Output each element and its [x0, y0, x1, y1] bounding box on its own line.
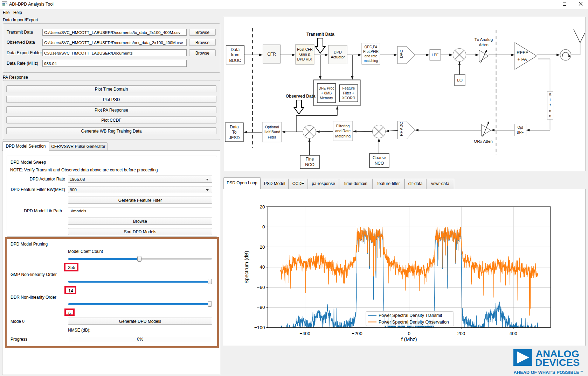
svg-text:Data: Data: [231, 47, 240, 52]
svg-text:−80: −80: [257, 305, 265, 310]
svg-text:Actuator: Actuator: [331, 55, 345, 59]
svg-text:200: 200: [457, 331, 465, 336]
svg-text:DEVICES: DEVICES: [535, 357, 580, 368]
svg-text:Gain &: Gain &: [299, 52, 311, 56]
svg-text:NCO: NCO: [375, 161, 384, 166]
svg-text:0: 0: [262, 224, 265, 229]
svg-text:XCORR: XCORR: [342, 96, 355, 100]
svg-text:+ PA: + PA: [517, 57, 527, 62]
svg-text:AHEAD OF WHAT'S POSSIBLE™: AHEAD OF WHAT'S POSSIBLE™: [514, 370, 584, 375]
svg-text:Data: Data: [230, 125, 239, 129]
svg-text:JESD: JESD: [229, 135, 240, 140]
svg-text:BPF: BPF: [517, 130, 524, 134]
svg-text:Filter: Filter: [268, 135, 276, 139]
svg-text:RFFE: RFFE: [517, 50, 528, 55]
svg-text:RF ADC: RF ADC: [399, 122, 403, 136]
svg-text:+ 8MB: + 8MB: [321, 91, 332, 95]
svg-text:Feature: Feature: [343, 86, 355, 90]
svg-text:a: a: [549, 92, 552, 96]
svg-text:−400: −400: [300, 331, 310, 336]
svg-text:from: from: [231, 52, 240, 57]
svg-text:LO: LO: [457, 78, 463, 83]
svg-text:Power Spectral Density Observa: Power Spectral Density Observation: [379, 320, 449, 325]
svg-text:matching: matching: [364, 59, 378, 63]
svg-text:ORx Atten: ORx Atten: [474, 139, 493, 144]
svg-text:DPD HB↑: DPD HB↑: [297, 57, 312, 61]
svg-text:−40: −40: [257, 264, 265, 270]
svg-text:Filtering: Filtering: [336, 124, 350, 128]
svg-text:Memory: Memory: [320, 96, 333, 100]
svg-text:DAC: DAC: [399, 50, 403, 58]
svg-text:0: 0: [408, 331, 410, 336]
svg-text:Fine: Fine: [306, 157, 314, 162]
svg-text:DPD: DPD: [334, 50, 342, 54]
svg-text:−100: −100: [254, 325, 265, 330]
svg-text:QEC,PA: QEC,PA: [364, 45, 377, 49]
svg-text:e: e: [549, 108, 551, 113]
svg-text:n: n: [549, 114, 551, 118]
svg-text:and rate: and rate: [365, 54, 378, 58]
svg-text:and Rate: and Rate: [335, 129, 351, 133]
svg-text:Half Band: Half Band: [264, 130, 280, 134]
svg-text:400: 400: [510, 331, 518, 336]
svg-text:f (Mhz): f (Mhz): [401, 336, 417, 342]
svg-text:To: To: [232, 130, 237, 135]
svg-text:Spectrum (dB): Spectrum (dB): [244, 251, 249, 283]
svg-text:Optional: Optional: [265, 125, 279, 129]
svg-text:Transmit Data: Transmit Data: [306, 32, 334, 37]
svg-text:Prot,PFIR: Prot,PFIR: [363, 50, 379, 54]
svg-text:Opt: Opt: [517, 126, 523, 129]
svg-text:CFR: CFR: [267, 52, 276, 57]
svg-text:−60: −60: [257, 285, 265, 290]
svg-text:−20: −20: [257, 244, 265, 250]
svg-text:LPF: LPF: [432, 53, 438, 57]
svg-text:Matching: Matching: [335, 134, 351, 138]
svg-text:BDUC: BDUC: [229, 58, 241, 63]
svg-text:Power Spectral Density Transmi: Power Spectral Density Transmit: [379, 313, 442, 318]
svg-text:DFE Proc: DFE Proc: [318, 86, 334, 90]
svg-text:Atten: Atten: [479, 42, 489, 47]
svg-text:Filter +: Filter +: [343, 91, 354, 95]
svg-text:Post CFR: Post CFR: [297, 48, 313, 51]
svg-text:Observed Data: Observed Data: [286, 94, 316, 99]
svg-text:−200: −200: [352, 331, 362, 336]
svg-text:Coarse: Coarse: [373, 155, 386, 160]
svg-text:20: 20: [260, 204, 265, 210]
svg-text:Tx Analog: Tx Analog: [475, 37, 493, 42]
svg-text:NCO: NCO: [305, 162, 314, 167]
